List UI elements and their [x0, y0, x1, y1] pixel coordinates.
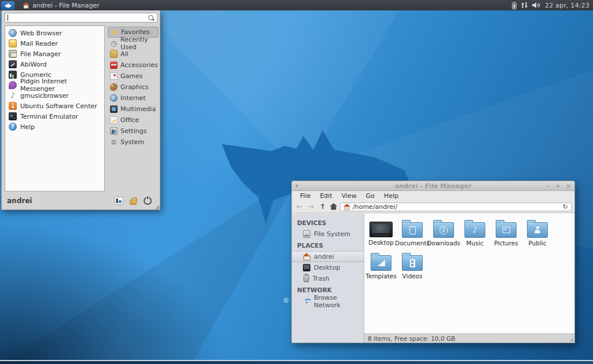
- category-system[interactable]: ⚙ System: [108, 137, 159, 148]
- whisker-menu-button[interactable]: [1, 1, 14, 10]
- lock-screen-button[interactable]: [128, 196, 138, 205]
- multimedia-icon: [110, 105, 118, 113]
- settings-icon: [110, 127, 118, 135]
- menu-edit[interactable]: Edit: [316, 192, 336, 200]
- gear-icon: ⚙: [110, 138, 118, 146]
- mail-icon: [9, 39, 17, 47]
- status-bar: 8 items, Free space: 10,0 GB: [364, 333, 574, 343]
- up-button[interactable]: ↑: [318, 203, 327, 211]
- file-documents[interactable]: Documents: [397, 217, 428, 250]
- category-accessories[interactable]: Accessories: [108, 60, 159, 71]
- file-public[interactable]: Public: [522, 217, 553, 250]
- battery-icon[interactable]: [512, 2, 517, 9]
- window-menubar: File Edit View Go Help: [292, 191, 574, 201]
- app-label: Ubuntu Software Center: [20, 102, 97, 110]
- network-icon[interactable]: [521, 2, 528, 9]
- app-label: Terminal Emulator: [20, 113, 78, 120]
- file-videos[interactable]: Videos: [397, 250, 428, 283]
- menu-app-terminal[interactable]: >_ Terminal Emulator: [5, 111, 104, 122]
- file-label: Desktop: [368, 239, 393, 246]
- window-titlebar[interactable]: ▾ andrei - File Manager – + ×: [292, 181, 574, 191]
- file-label: Public: [528, 240, 546, 247]
- file-label: Pictures: [494, 240, 518, 247]
- bottom-edge: [0, 360, 593, 364]
- sidebar-item-desktop[interactable]: Desktop: [292, 262, 364, 273]
- menu-help[interactable]: Help: [380, 192, 402, 200]
- address-text: /home/andrei/: [353, 203, 397, 211]
- taskbar-item-file-manager[interactable]: andrei - File Manager: [19, 1, 103, 10]
- window-resize-grip[interactable]: [570, 338, 573, 341]
- desktop-monitor-icon: [369, 222, 393, 237]
- file-music[interactable]: ♪ Music: [459, 217, 490, 250]
- panel-clock[interactable]: 22 apr, 14:23: [545, 2, 590, 9]
- category-graphics[interactable]: Graphics: [108, 82, 159, 93]
- file-desktop[interactable]: Desktop: [365, 217, 397, 250]
- taskbar-item-label: andrei - File Manager: [32, 2, 100, 9]
- file-view[interactable]: Desktop Documents ↓ Downloads ♪ Music: [364, 214, 574, 343]
- sidebar-item-andrei[interactable]: andrei: [292, 251, 364, 262]
- file-manager-icon: [9, 50, 17, 58]
- category-office[interactable]: Office: [108, 115, 159, 126]
- category-label: Office: [120, 116, 139, 124]
- office-icon: [110, 116, 118, 124]
- app-label: Pidgin Internet Messenger: [20, 78, 101, 93]
- menu-go[interactable]: Go: [362, 192, 379, 200]
- documents-folder-icon: [402, 222, 423, 238]
- desktop[interactable]: andrei - File Manager 22 apr, 14:23: [0, 0, 593, 364]
- menu-search-field[interactable]: [5, 13, 158, 23]
- status-text: 8 items, Free space: 10,0 GB: [368, 335, 455, 342]
- sidebar-item-trash[interactable]: Trash: [292, 273, 364, 284]
- menu-app-list: Web Browser Mail Reader File Manager Abi…: [5, 25, 105, 192]
- menu-app-mail-reader[interactable]: Mail Reader: [5, 38, 104, 49]
- category-recently-used[interactable]: ◷ Recently Used: [108, 38, 159, 49]
- file-downloads[interactable]: ↓ Downloads: [428, 217, 459, 250]
- forward-button[interactable]: →: [306, 203, 316, 211]
- menu-resize-grip[interactable]: [155, 205, 159, 209]
- all-settings-button[interactable]: [114, 196, 124, 205]
- home-icon: [343, 204, 350, 210]
- file-label: Downloads: [427, 240, 460, 247]
- wallpaper-dot: [284, 298, 289, 303]
- category-label: Recently Used: [120, 36, 156, 51]
- volume-icon[interactable]: [532, 2, 541, 9]
- minimize-button[interactable]: –: [547, 183, 550, 189]
- menu-app-pidgin[interactable]: Pidgin Internet Messenger: [5, 80, 104, 90]
- top-panel: andrei - File Manager 22 apr, 14:23: [0, 0, 593, 10]
- sidebar-item-browse-network[interactable]: Browse Network: [292, 296, 364, 307]
- category-label: All: [120, 50, 129, 58]
- logout-button[interactable]: [142, 196, 153, 205]
- accessories-icon: [110, 61, 118, 69]
- sidebar-header-places: PLACES: [292, 240, 364, 251]
- refresh-button[interactable]: ↻: [563, 203, 568, 211]
- category-multimedia[interactable]: Multimedia: [108, 104, 159, 115]
- games-icon: [110, 72, 118, 80]
- category-settings[interactable]: Settings: [108, 126, 159, 137]
- menu-app-file-manager[interactable]: File Manager: [5, 49, 104, 59]
- desktop-icon: [303, 264, 310, 271]
- settings-manager-icon: [114, 197, 123, 205]
- sidebar-item-label: Browse Network: [314, 294, 364, 309]
- close-button[interactable]: ×: [566, 183, 571, 189]
- file-templates[interactable]: Templates: [365, 250, 397, 283]
- sidebar-item-label: Desktop: [314, 264, 340, 271]
- category-internet[interactable]: Internet: [108, 93, 159, 104]
- app-label: Help: [20, 123, 35, 131]
- sidebar-item-file-system[interactable]: File System: [292, 229, 364, 240]
- menu-app-help[interactable]: ? Help: [5, 122, 104, 132]
- path-bar[interactable]: /home/andrei/ ↻: [340, 203, 572, 211]
- menu-app-software-center[interactable]: ↓ Ubuntu Software Center: [5, 101, 104, 111]
- public-folder-icon: [527, 222, 548, 238]
- sidebar-header-devices: DEVICES: [292, 217, 364, 229]
- maximize-button[interactable]: +: [555, 183, 561, 189]
- menu-view[interactable]: View: [338, 192, 361, 200]
- category-games[interactable]: Games: [108, 71, 159, 82]
- category-label: Settings: [120, 127, 147, 135]
- search-icon: [148, 14, 155, 21]
- file-pictures[interactable]: Pictures: [490, 217, 522, 250]
- home-button[interactable]: [330, 203, 338, 210]
- menu-file[interactable]: File: [296, 192, 314, 200]
- username: andrei: [7, 197, 32, 205]
- menu-app-abiword[interactable]: AbiWord: [5, 59, 104, 69]
- back-button[interactable]: ←: [295, 203, 304, 211]
- menu-app-web-browser[interactable]: Web Browser: [5, 28, 104, 38]
